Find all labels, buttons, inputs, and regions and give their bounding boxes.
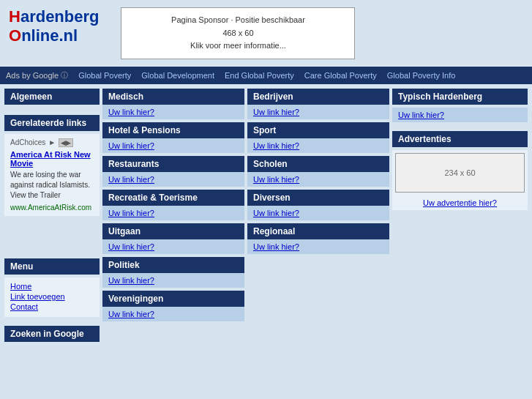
nav-bar: Ads by Google ⓘ Global Poverty Global De…	[0, 67, 532, 84]
adchoices-triangle: ►	[48, 138, 56, 146]
right-sidebar: Typisch Hardenberg Uw link hier? Adverte…	[392, 89, 528, 342]
cat-regionaal: Regionaal Uw link hier?	[247, 223, 389, 254]
cat-bedrijven-link[interactable]: Uw link hier?	[253, 108, 299, 116]
nav-link-1[interactable]: Global Development	[141, 71, 214, 80]
cat-scholen: Scholen Uw link hier?	[247, 156, 389, 187]
sponsor-line3: Klik voor meer informatie...	[136, 40, 340, 53]
cat-medisch: Medisch Uw link hier?	[102, 89, 244, 119]
ads-icon: ⓘ	[61, 70, 68, 81]
advertenties-block: 234 x 60 Uw advertentie hier?	[392, 150, 528, 210]
cat-uitgaan-title: Uitgaan	[102, 223, 244, 239]
logo-h: H	[9, 7, 20, 26]
cat-sport: Sport Uw link hier?	[247, 122, 389, 153]
cat-row-6: Verenigingen Uw link hier?	[102, 291, 389, 321]
cat-politiek-body: Uw link hier?	[102, 273, 244, 288]
adchoices-bar: AdChoices ► ◀▶	[10, 138, 94, 147]
typisch-body: Uw link hier?	[392, 108, 528, 122]
cat-row-0: Medisch Uw link hier? Bedrijven Uw link …	[102, 89, 389, 119]
cat-regionaal-link[interactable]: Uw link hier?	[253, 242, 299, 251]
logo-line1: Hardenberg	[9, 7, 99, 26]
menu-items: Home Link toevoegen Contact	[4, 277, 100, 317]
nav-link-4[interactable]: Global Poverty Info	[387, 71, 456, 80]
ad-link[interactable]: America At Risk New Movie	[10, 150, 94, 168]
typisch-title: Typisch Hardenberg	[392, 89, 528, 105]
header: Hardenberg Online.nl Pagina Sponsor · Po…	[0, 0, 532, 67]
cat-politiek-title: Politiek	[102, 257, 244, 273]
cat-scholen-title: Scholen	[247, 156, 389, 172]
cat-scholen-link[interactable]: Uw link hier?	[253, 175, 299, 184]
cat-medisch-link[interactable]: Uw link hier?	[108, 108, 154, 116]
cat-row-3: Recreatie & Toerisme Uw link hier? Diver…	[102, 190, 389, 220]
menu-contact[interactable]: Contact	[10, 302, 94, 311]
ad-text: We are losing the war against radical Is…	[10, 170, 94, 201]
cat-recreatie-body: Uw link hier?	[102, 206, 244, 220]
ad-url: www.AmericaAtRisk.com	[10, 204, 91, 212]
cat-diversen-link[interactable]: Uw link hier?	[253, 209, 299, 217]
adchoices-label: AdChoices	[10, 138, 45, 146]
cat-verenigingen-title: Verenigingen	[102, 291, 244, 307]
cat-hotel-link[interactable]: Uw link hier?	[108, 141, 154, 150]
sponsor-line1: Pagina Sponsor · Positie beschikbaar	[136, 14, 340, 27]
ad-size-label: 234 x 60	[444, 168, 475, 177]
cat-row-1: Hotel & Pensions Uw link hier? Sport Uw …	[102, 122, 389, 153]
cat-regionaal-body: Uw link hier?	[247, 239, 389, 254]
cat-verenigingen: Verenigingen Uw link hier?	[102, 291, 244, 321]
cat-politiek-link[interactable]: Uw link hier?	[108, 276, 154, 285]
cat-row-5: Politiek Uw link hier?	[102, 257, 389, 288]
menu-link-toevoegen[interactable]: Link toevoegen	[10, 292, 94, 301]
cat-sport-title: Sport	[247, 122, 389, 138]
cat-hotel-title: Hotel & Pensions	[102, 122, 244, 138]
center-content: Medisch Uw link hier? Bedrijven Uw link …	[102, 89, 389, 342]
sidebar-ad-block: AdChoices ► ◀▶ America At Risk New Movie…	[4, 134, 100, 216]
cat-diversen: Diversen Uw link hier?	[247, 190, 389, 220]
main-content: Algemeen Gerelateerde links AdChoices ► …	[0, 84, 532, 346]
menu-title: Menu	[4, 258, 100, 275]
cat-scholen-body: Uw link hier?	[247, 172, 389, 187]
advertenties-title: Advertenties	[392, 131, 528, 147]
cat-bedrijven: Bedrijven Uw link hier?	[247, 89, 389, 119]
cat-recreatie-link[interactable]: Uw link hier?	[108, 209, 154, 217]
cat-politiek: Politiek Uw link hier?	[102, 257, 244, 288]
uw-advertentie-link[interactable]: Uw advertentie hier?	[423, 198, 497, 207]
sponsor-line2: 468 x 60	[136, 27, 340, 40]
sponsor-box[interactable]: Pagina Sponsor · Positie beschikbaar 468…	[121, 7, 355, 59]
cat-regionaal-title: Regionaal	[247, 223, 389, 239]
cat-recreatie: Recreatie & Toerisme Uw link hier?	[102, 190, 244, 220]
logo-o: O	[9, 26, 21, 45]
nav-link-3[interactable]: Care Global Poverty	[304, 71, 377, 80]
cat-medisch-body: Uw link hier?	[102, 105, 244, 119]
cat-diversen-body: Uw link hier?	[247, 206, 389, 220]
zoeken-title: Zoeken in Google	[4, 326, 100, 342]
nav-link-2[interactable]: End Global Poverty	[225, 71, 294, 80]
cat-row-4: Uitgaan Uw link hier? Regionaal Uw link …	[102, 223, 389, 254]
cat-verenigingen-link[interactable]: Uw link hier?	[108, 310, 154, 318]
menu-home[interactable]: Home	[10, 282, 94, 291]
nav-link-0[interactable]: Global Poverty	[78, 71, 131, 80]
cat-bedrijven-title: Bedrijven	[247, 89, 389, 105]
cat-hotel: Hotel & Pensions Uw link hier?	[102, 122, 244, 153]
cat-diversen-title: Diversen	[247, 190, 389, 206]
advertenties-link: Uw advertentie hier?	[392, 195, 528, 210]
gerelateerde-title: Gerelateerde links	[4, 115, 100, 131]
cat-sport-link[interactable]: Uw link hier?	[253, 141, 299, 150]
cat-sport-body: Uw link hier?	[247, 138, 389, 153]
cat-restaurants-link[interactable]: Uw link hier?	[108, 175, 154, 184]
ads-by-google: Ads by Google ⓘ	[6, 70, 68, 81]
adchoices-arrows[interactable]: ◀▶	[59, 138, 73, 147]
cat-uitgaan: Uitgaan Uw link hier?	[102, 223, 244, 254]
logo-line2: Online.nl	[9, 26, 99, 45]
cat-verenigingen-body: Uw link hier?	[102, 307, 244, 321]
cat-restaurants-title: Restaurants	[102, 156, 244, 172]
cat-bedrijven-body: Uw link hier?	[247, 105, 389, 119]
cat-uitgaan-link[interactable]: Uw link hier?	[108, 242, 154, 251]
algemeen-title: Algemeen	[4, 89, 100, 105]
cat-restaurants: Restaurants Uw link hier?	[102, 156, 244, 187]
cat-row-2: Restaurants Uw link hier? Scholen Uw lin…	[102, 156, 389, 187]
sidebar: Algemeen Gerelateerde links AdChoices ► …	[4, 89, 100, 342]
typisch-link[interactable]: Uw link hier?	[398, 111, 444, 119]
cat-medisch-title: Medisch	[102, 89, 244, 105]
ad-size-box: 234 x 60	[395, 153, 525, 193]
cat-recreatie-title: Recreatie & Toerisme	[102, 190, 244, 206]
cat-hotel-body: Uw link hier?	[102, 138, 244, 153]
logo: Hardenberg Online.nl	[9, 7, 99, 46]
